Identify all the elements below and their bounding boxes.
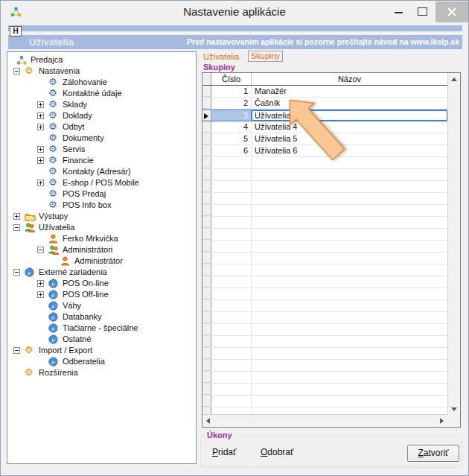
- tree-item[interactable]: ⚙Kontaktné údaje: [7, 88, 196, 99]
- table-row[interactable]: 2Čašník: [202, 98, 447, 110]
- tree-item[interactable]: Administrátor: [7, 256, 196, 267]
- row-selector-cell[interactable]: [202, 157, 211, 168]
- table-row-empty[interactable]: [202, 229, 447, 241]
- tree-item[interactable]: ⚙Sklady: [7, 99, 196, 110]
- row-selector-cell[interactable]: [202, 348, 211, 359]
- table-row-empty[interactable]: [202, 372, 447, 384]
- minimize-button[interactable]: [388, 1, 410, 22]
- expander-plus-icon[interactable]: [37, 280, 44, 287]
- tab-skupiny[interactable]: Skupiny: [248, 51, 283, 62]
- tree-item[interactable]: eDatabanky: [7, 311, 196, 323]
- row-selector-cell[interactable]: [202, 372, 211, 383]
- tree-item[interactable]: ⚙Import / Export: [7, 345, 196, 356]
- table-row-empty[interactable]: [202, 253, 447, 264]
- tree-item[interactable]: ⚙Servis: [7, 144, 196, 155]
- row-selector-cell[interactable]: [202, 276, 211, 288]
- expander-plus-icon[interactable]: [13, 213, 20, 220]
- table-row[interactable]: 1Manažér: [202, 86, 447, 98]
- row-selector-cell[interactable]: [202, 324, 211, 335]
- close-dialog-button[interactable]: Zatvoriť: [407, 445, 459, 462]
- tree-item[interactable]: ⚙Nastavenia: [7, 66, 196, 77]
- row-selector-cell[interactable]: [202, 229, 211, 240]
- row-selector-cell[interactable]: [202, 336, 211, 347]
- h-pane-tab[interactable]: H: [10, 26, 22, 37]
- row-selector-cell[interactable]: [202, 217, 211, 228]
- tree-item[interactable]: ePOS Off-line: [7, 289, 196, 300]
- row-selector-cell[interactable]: [202, 241, 211, 252]
- table-row-empty[interactable]: [202, 264, 447, 276]
- current-row-marker[interactable]: [202, 110, 211, 121]
- row-selector-cell[interactable]: [202, 98, 211, 109]
- expander-minus-icon[interactable]: [13, 68, 20, 74]
- table-row-empty[interactable]: [202, 276, 447, 288]
- close-button[interactable]: [436, 1, 468, 22]
- row-selector-cell[interactable]: [202, 145, 211, 156]
- row-selector-cell[interactable]: [202, 288, 211, 299]
- tree-item[interactable]: ⚙POS Predaj: [7, 188, 196, 200]
- tree-item[interactable]: Administrátori: [7, 244, 196, 256]
- tree-item[interactable]: ⚙Rozšírenia: [7, 367, 196, 378]
- tree-item[interactable]: ⚙Zálohovanie: [7, 77, 196, 88]
- tree-item[interactable]: eVáhy: [7, 300, 196, 311]
- table-row-empty[interactable]: [202, 384, 447, 396]
- column-header-nazov[interactable]: Názov: [252, 73, 447, 85]
- row-selector-cell[interactable]: [202, 181, 211, 192]
- tree-item[interactable]: Ferko Mrkvička: [7, 233, 196, 244]
- remove-button[interactable]: Odobrať: [261, 447, 294, 457]
- expander-plus-icon[interactable]: [37, 180, 44, 186]
- expander-minus-icon[interactable]: [37, 247, 44, 253]
- expander-plus-icon[interactable]: [37, 146, 44, 153]
- row-selector-cell[interactable]: [202, 133, 211, 145]
- row-selector-cell[interactable]: [202, 169, 211, 180]
- expander-plus-icon[interactable]: [37, 157, 44, 164]
- scroll-down-icon[interactable]: [451, 407, 457, 411]
- table-row-empty[interactable]: [202, 324, 447, 336]
- row-selector-cell[interactable]: [202, 86, 211, 97]
- table-row-empty[interactable]: [202, 288, 447, 300]
- table-row-empty[interactable]: [202, 217, 447, 229]
- row-selector-cell[interactable]: [202, 253, 211, 264]
- table-row-empty[interactable]: [202, 193, 447, 205]
- add-button[interactable]: Pridať: [212, 447, 237, 457]
- table-row-empty[interactable]: [202, 360, 447, 372]
- tree-item[interactable]: ⚙Kontakty (Adresár): [7, 166, 196, 177]
- scroll-left-icon[interactable]: [206, 418, 210, 424]
- expander-minus-icon[interactable]: [13, 224, 20, 231]
- table-row-empty[interactable]: [202, 300, 447, 312]
- tree-item[interactable]: ⚙Odbyt: [7, 121, 196, 133]
- expander-plus-icon[interactable]: [37, 101, 44, 108]
- expander-plus-icon[interactable]: [37, 112, 44, 119]
- tree-item[interactable]: ⚙E-shop / POS Mobile: [7, 177, 196, 188]
- expander-plus-icon[interactable]: [37, 291, 44, 298]
- row-selector-cell[interactable]: [202, 121, 211, 133]
- row-selector-cell[interactable]: [202, 300, 211, 311]
- table-row-empty[interactable]: [202, 241, 447, 253]
- tree-item[interactable]: ⚙POS Info box: [7, 200, 196, 211]
- horizontal-scrollbar[interactable]: [202, 414, 447, 427]
- row-selector-cell[interactable]: [202, 264, 211, 276]
- table-row-empty[interactable]: [202, 312, 447, 324]
- tree-item[interactable]: Výstupy: [7, 211, 196, 222]
- tree-item[interactable]: eOstatné: [7, 334, 196, 345]
- tree-item[interactable]: ⚙Dokumenty: [7, 133, 196, 144]
- table-row-empty[interactable]: [202, 181, 447, 193]
- table-row-empty[interactable]: [202, 396, 447, 407]
- scroll-right-icon[interactable]: [440, 418, 444, 424]
- vertical-scrollbar[interactable]: [447, 73, 460, 416]
- row-selector-cell[interactable]: [202, 396, 211, 407]
- expander-minus-icon[interactable]: [13, 347, 20, 354]
- table-row-empty[interactable]: [202, 169, 447, 181]
- row-selector-cell[interactable]: [202, 312, 211, 323]
- tree-item[interactable]: Predajca: [7, 54, 196, 66]
- expander-minus-icon[interactable]: [13, 269, 20, 276]
- table-row-empty[interactable]: [202, 348, 447, 360]
- tree-item[interactable]: ePOS On-line: [7, 278, 196, 289]
- row-selector-cell[interactable]: [202, 360, 211, 371]
- table-row-empty[interactable]: [202, 336, 447, 348]
- table-row-empty[interactable]: [202, 205, 447, 217]
- tree-item[interactable]: eTlačiarne - špeciálne: [7, 323, 196, 334]
- maximize-button[interactable]: [411, 1, 433, 22]
- row-selector-cell[interactable]: [202, 384, 211, 395]
- tree-item[interactable]: eOdberatelia: [7, 356, 196, 367]
- tree-item[interactable]: ⚙Financie: [7, 155, 196, 166]
